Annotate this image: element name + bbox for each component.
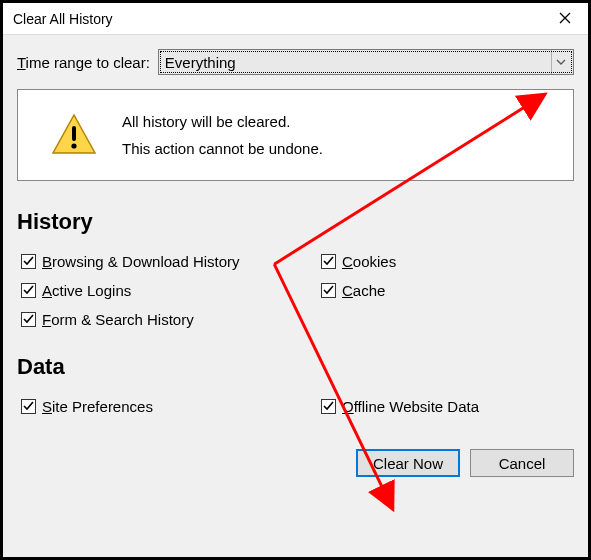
data-heading: Data	[17, 354, 574, 380]
check-label: Cache	[342, 282, 385, 299]
checkbox-icon	[21, 283, 36, 298]
chevron-down-icon	[551, 50, 569, 74]
check-form-search-history[interactable]: Form & Search History	[21, 311, 321, 328]
cancel-button[interactable]: Cancel	[470, 449, 574, 477]
checkbox-icon	[321, 399, 336, 414]
check-label: Active Logins	[42, 282, 131, 299]
warning-icon	[50, 111, 98, 159]
check-active-logins[interactable]: Active Logins	[21, 282, 321, 299]
history-heading: History	[17, 209, 574, 235]
time-range-value: Everything	[165, 54, 236, 71]
time-range-row: Time range to clear: Everything	[17, 49, 574, 75]
checkbox-icon	[21, 399, 36, 414]
history-checks: Browsing & Download History Cookies Acti…	[17, 253, 574, 328]
check-label: Cookies	[342, 253, 396, 270]
warning-text: All history will be cleared. This action…	[122, 108, 323, 162]
close-button[interactable]	[542, 3, 588, 34]
warning-line2: This action cannot be undone.	[122, 135, 323, 162]
svg-rect-0	[72, 126, 76, 141]
check-label: Site Preferences	[42, 398, 153, 415]
check-offline-website-data[interactable]: Offline Website Data	[321, 398, 574, 415]
svg-point-1	[71, 143, 76, 148]
checkbox-icon	[321, 254, 336, 269]
check-label: Form & Search History	[42, 311, 194, 328]
close-icon	[559, 11, 571, 27]
check-browsing-download-history[interactable]: Browsing & Download History	[21, 253, 321, 270]
check-label: Browsing & Download History	[42, 253, 240, 270]
button-bar: Clear Now Cancel	[3, 441, 588, 491]
checkbox-icon	[21, 312, 36, 327]
clear-now-button[interactable]: Clear Now	[356, 449, 460, 477]
window-title: Clear All History	[13, 11, 113, 27]
check-site-preferences[interactable]: Site Preferences	[21, 398, 321, 415]
checkbox-icon	[21, 254, 36, 269]
data-checks: Site Preferences Offline Website Data	[17, 398, 574, 415]
check-cache[interactable]: Cache	[321, 282, 574, 299]
time-range-label: Time range to clear:	[17, 54, 150, 71]
check-label: Offline Website Data	[342, 398, 479, 415]
warning-box: All history will be cleared. This action…	[17, 89, 574, 181]
check-cookies[interactable]: Cookies	[321, 253, 574, 270]
checkbox-icon	[321, 283, 336, 298]
titlebar: Clear All History	[3, 3, 588, 35]
warning-line1: All history will be cleared.	[122, 108, 323, 135]
time-range-select[interactable]: Everything	[158, 49, 574, 75]
